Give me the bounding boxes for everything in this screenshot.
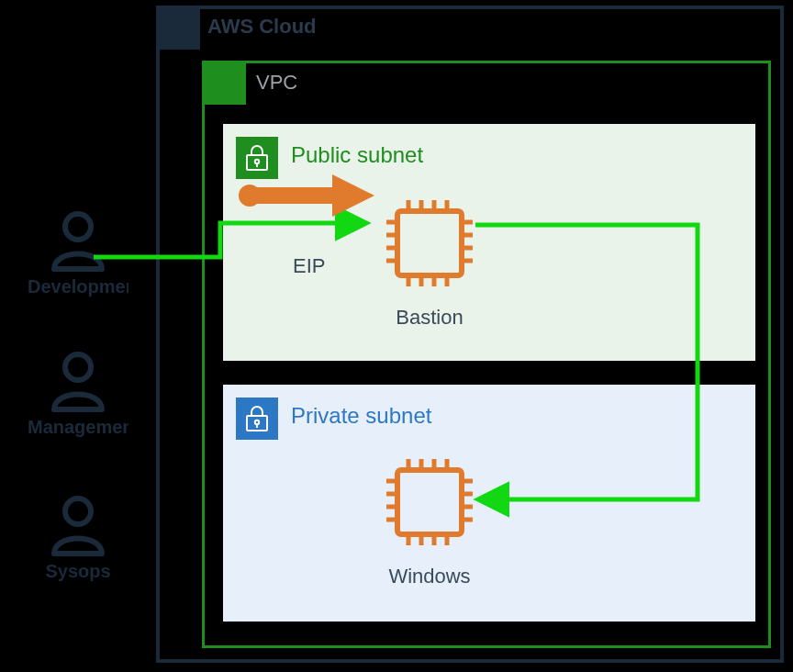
svg-point-1	[65, 354, 91, 380]
public-subnet: Public subnet Bastion EIP	[223, 124, 755, 361]
user-label: Management	[28, 417, 128, 438]
private-subnet: Private subnet Windows	[223, 385, 755, 622]
aws-cloud-frame: AWS Cloud VPC Public subnet	[156, 6, 784, 663]
users-column: Development Management Sysops	[0, 0, 156, 672]
vpc-icon	[202, 61, 246, 105]
user-development: Development	[28, 207, 128, 297]
instance-label: Windows	[388, 565, 470, 588]
user-management: Management	[28, 347, 128, 438]
svg-point-24	[255, 420, 259, 424]
aws-cloud-icon	[156, 6, 200, 50]
user-icon	[28, 347, 128, 413]
svg-rect-26	[397, 470, 462, 534]
svg-rect-3	[247, 155, 267, 170]
windows-instance: Windows	[379, 456, 480, 548]
instance-label: Bastion	[396, 306, 463, 330]
lock-icon	[236, 398, 278, 440]
eip-label: EIP	[293, 254, 325, 278]
private-subnet-title: Private subnet	[291, 403, 431, 429]
user-label: Development	[28, 276, 128, 297]
bastion-instance: Bastion	[379, 197, 480, 289]
aws-cloud-title: AWS Cloud	[207, 15, 317, 39]
user-icon	[28, 491, 128, 557]
user-sysops: Sysops	[28, 491, 128, 582]
svg-point-2	[65, 498, 91, 524]
user-label: Sysops	[28, 561, 128, 582]
public-subnet-title: Public subnet	[291, 142, 423, 168]
svg-point-0	[65, 214, 91, 240]
vpc-title: VPC	[256, 71, 297, 95]
svg-rect-23	[247, 416, 267, 431]
lock-icon	[236, 137, 278, 179]
svg-point-4	[255, 160, 259, 163]
user-icon	[28, 207, 128, 273]
vpc-frame: VPC Public subnet	[202, 61, 771, 648]
svg-rect-6	[397, 211, 462, 275]
